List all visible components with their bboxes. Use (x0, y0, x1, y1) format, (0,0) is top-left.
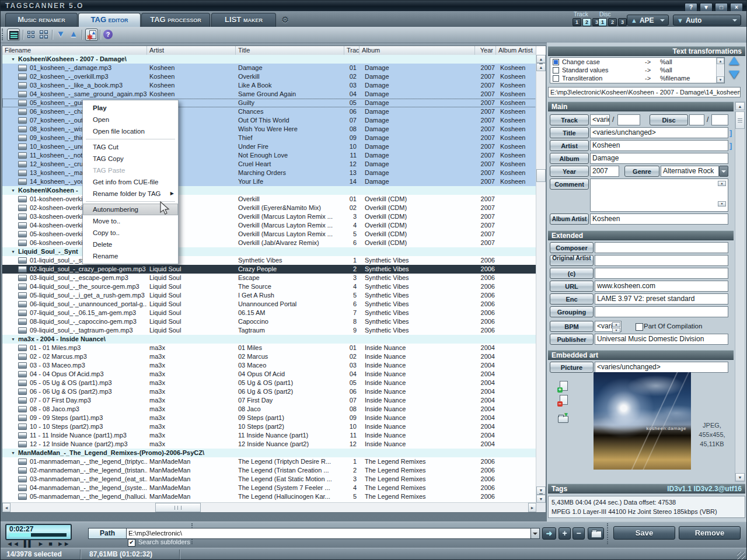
column-header-year[interactable]: Year (475, 46, 496, 55)
table-row[interactable]: 04-liquid_soul_-_the_source-gem.mp3Liqui… (2, 282, 536, 291)
add-path-icon[interactable]: + (558, 527, 571, 540)
table-row[interactable]: 05-manmademan_-_the_legend_(halluci...Ma… (2, 492, 536, 501)
transformation-checkbox[interactable] (553, 75, 559, 82)
tab-tag-editor[interactable]: TAG editor (78, 13, 141, 27)
genre-input[interactable]: Alternative Rock (661, 166, 719, 177)
extended-field-button-enc[interactable]: Enc (550, 293, 594, 304)
group-header[interactable]: ▼ManMadeMan_-_The_Legend_Remixes-(Promo)… (2, 449, 536, 457)
title-field-button[interactable]: Title (550, 127, 589, 138)
compilation-checkbox[interactable] (636, 323, 643, 331)
comment-scroll-arrows[interactable]: ▼ (718, 201, 726, 206)
album-art-image[interactable]: kosheen:damage (594, 372, 691, 470)
transformation-row[interactable]: Standard values->%all (550, 66, 724, 74)
extended-field-button-composer[interactable]: Composer (550, 242, 594, 253)
scroll-down-icon[interactable]: ▼ (717, 76, 724, 83)
table-row[interactable]: 03 - 03 Maceo.mp3ma3x03 Maceo03Inside Nu… (2, 361, 536, 370)
extended-field-button-grouping[interactable]: Grouping (550, 306, 594, 317)
table-row[interactable]: 05-liquid_soul_-_i_get_a_rush-gem.mp3Liq… (2, 291, 536, 300)
vertical-scrollbar[interactable]: ▲ ▲ ▼ ▼ (536, 55, 546, 503)
load-mode-dropdown[interactable]: ▼Auto (673, 15, 741, 26)
table-row[interactable]: 01-manmademan_-_the_legend_(triptyc...Ma… (2, 457, 536, 466)
column-header-album[interactable]: Album (359, 46, 475, 55)
transformations-scrollbar[interactable]: ▲ ▼ (716, 58, 724, 83)
menu-item-tag-cut[interactable]: TAG Cut (83, 141, 178, 153)
path-label-button[interactable]: Path (88, 528, 127, 539)
table-row[interactable]: 09-liquid_soul_-_tagtraum-gem.mp3Liquid … (2, 326, 536, 335)
menu-item-play[interactable]: Play (83, 102, 178, 114)
extended-field-input[interactable] (595, 242, 728, 253)
export-picture-icon[interactable]: ▼ (557, 412, 569, 424)
column-header-album-artist[interactable]: Album Artist (496, 46, 536, 55)
grid-small-icon[interactable] (25, 29, 38, 41)
table-row[interactable]: 01_kosheen_-_damage.mp3KosheenDamage01Da… (2, 64, 536, 72)
menu-item-rename-folder-by-tag[interactable]: Rename folder by TAG▶ (83, 188, 178, 200)
scroll-bottom-icon[interactable]: ▼ (536, 487, 546, 495)
artist-field-button[interactable]: Artist (550, 140, 589, 151)
table-row[interactable]: 12 - 12 Inside Nuance (part2).mp3ma3x12 … (2, 440, 536, 449)
collapse-triangle-icon[interactable]: ▼ (11, 449, 15, 457)
picture-field-button[interactable]: Picture (550, 362, 594, 373)
collapse-triangle-icon[interactable]: ▼ (11, 247, 15, 256)
transformation-row[interactable]: Transliteration->%filename (550, 74, 724, 82)
add-picture-icon[interactable]: + (557, 381, 569, 393)
table-row[interactable]: 10 - 10 Steps (part2).mp3ma3x10 Steps (p… (2, 422, 536, 431)
table-row[interactable]: 04 - 04 Opus Of Acid.mp3ma3x04 Opus Of A… (2, 370, 536, 379)
genre-dropdown-icon[interactable] (719, 166, 728, 177)
menu-item-tag-copy[interactable]: TAG Copy (83, 153, 178, 164)
track-digit-2[interactable]: 2 (582, 18, 591, 26)
table-row[interactable]: 03-manmademan_-_the_legend_(eat_st...Man… (2, 475, 536, 484)
remove-button[interactable]: Remove (679, 526, 741, 540)
collapse-triangle-icon[interactable]: ▼ (11, 55, 15, 64)
bpm-field-button[interactable]: BPM (550, 321, 594, 332)
extended-field-input[interactable] (595, 268, 728, 279)
path-input[interactable]: E:\mp3\electronic\ (126, 528, 531, 539)
table-row[interactable]: 02 - 02 Marcus.mp3ma3x02 Marcus02Inside … (2, 352, 536, 361)
table-row[interactable]: 08 - 08 Jaco.mp3ma3x08 Jaco08Inside Nuan… (2, 405, 536, 414)
table-row[interactable]: 07-liquid_soul_-_06.15_am-gem.mp3Liquid … (2, 309, 536, 317)
comment-scroll-arrows[interactable]: ▲ (718, 181, 726, 186)
refresh-tags-icon[interactable]: ✱ ▲ (85, 29, 98, 41)
transformation-checkbox[interactable] (553, 59, 559, 65)
help-icon[interactable]: ? (102, 29, 115, 41)
tab-list-maker[interactable]: LIST maker (211, 13, 276, 27)
disc-total-input[interactable] (711, 114, 728, 125)
transformation-checkbox[interactable] (553, 67, 559, 74)
album-input[interactable]: Damage (590, 153, 728, 164)
grid-large-icon[interactable] (38, 29, 51, 41)
transform-move-down-icon[interactable] (729, 71, 739, 79)
group-header[interactable]: ▼ma3x - 2004 - Inside Nuance\ (2, 335, 536, 344)
album-field-button[interactable]: Album (550, 153, 589, 164)
year-input[interactable]: 2007 (590, 166, 619, 177)
sort-dropdown[interactable]: ▲APE (627, 15, 669, 26)
tab-tag-processor[interactable]: TAG processor (141, 13, 210, 27)
comment-field-button[interactable]: Comment (550, 178, 589, 190)
save-button[interactable]: Save (613, 526, 675, 540)
publisher-field-button[interactable]: Publisher (550, 334, 594, 345)
extended-field-button--c-[interactable]: (c) (550, 268, 594, 279)
pause-icon[interactable]: ▌▌ (24, 540, 33, 547)
browse-folder-icon[interactable] (588, 527, 604, 540)
transform-move-up-icon[interactable] (729, 57, 739, 65)
table-row[interactable]: 03-liquid_soul_-_escape-gem.mp3Liquid So… (2, 274, 536, 282)
extended-field-input[interactable]: LAME 3.97 V2: preset standard (595, 293, 728, 304)
picture-input[interactable]: <varies/unchanged> (595, 362, 728, 373)
table-row[interactable]: 11 - 11 Inside Nuance (part1).mp3ma3x11 … (2, 431, 536, 440)
disc-field-button[interactable]: Disc (650, 114, 688, 125)
menu-item-open-file-location[interactable]: Open file location (83, 125, 178, 137)
play-icon[interactable]: ► (37, 540, 44, 547)
remove-path-icon[interactable]: − (573, 527, 585, 540)
search-subfolders-checkbox[interactable]: ✔ (128, 539, 135, 547)
menu-item-rename[interactable]: Rename (83, 250, 178, 262)
title-input[interactable]: <varies/unchanged> (590, 127, 728, 138)
extended-field-input[interactable] (595, 306, 728, 317)
scroll-top-icon[interactable]: ▲ (536, 63, 546, 71)
pane-grip[interactable] (607, 523, 610, 544)
hscroll-thumb[interactable] (155, 503, 201, 512)
next-icon[interactable]: ►► (57, 540, 70, 547)
scroll-down-icon[interactable]: ▼ (735, 473, 745, 481)
table-row[interactable]: 02-liquid_soul_-_crazy_people-gem.mp3Liq… (2, 265, 536, 274)
table-row[interactable]: 08-liquid_soul_-_capoccino-gem.mp3Liquid… (2, 317, 536, 326)
album-artist-input[interactable]: Kosheen (590, 214, 728, 225)
collapse-triangle-icon[interactable]: ▼ (11, 335, 15, 344)
list-view-icon[interactable] (7, 29, 20, 41)
